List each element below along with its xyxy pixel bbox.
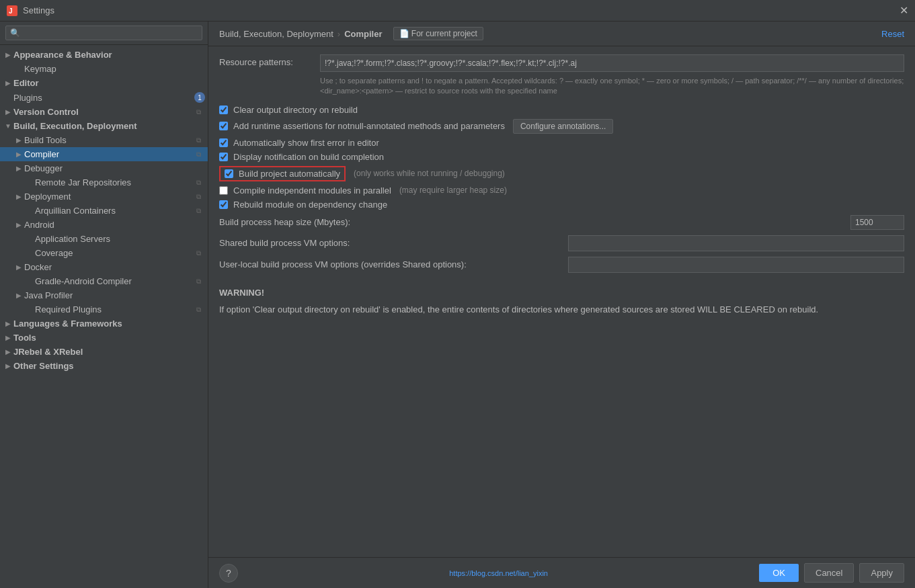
close-button[interactable]: ✕	[900, 4, 908, 17]
sidebar-item-label-remote-jar: Remote Jar Repositories	[35, 177, 192, 187]
checkbox-label-build-automatically: Build project automatically	[239, 169, 340, 179]
search-input[interactable]	[5, 26, 202, 40]
tree-container: ▶Appearance & BehaviorKeymap▶EditorPlugi…	[0, 45, 208, 588]
sidebar-item-label-app-servers: Application Servers	[35, 234, 208, 244]
sidebar-item-label-plugins: Plugins	[13, 93, 194, 103]
tree-arrow-appearance: ▶	[3, 51, 13, 58]
tree-arrow-build-execution: ▼	[3, 122, 13, 130]
help-button[interactable]: ?	[219, 564, 238, 583]
sidebar-item-label-jrebel: JRebel & XRebel	[13, 347, 208, 357]
tree-arrow-docker: ▶	[13, 263, 24, 271]
resource-patterns-hint: Use ; to separate patterns and ! to nega…	[320, 76, 904, 97]
checkbox-clear-output[interactable]	[219, 106, 228, 114]
configure-annotations-button[interactable]: Configure annotations...	[513, 119, 613, 134]
tree-arrow-java-profiler: ▶	[13, 292, 24, 299]
sidebar-item-label-build-tools: Build Tools	[24, 135, 192, 145]
tree-arrow-jrebel: ▶	[3, 348, 13, 355]
sidebar-item-label-appearance: Appearance & Behavior	[13, 50, 208, 60]
user-local-vm-row: User-local build process VM options (ove…	[219, 257, 904, 273]
sidebar-item-plugins[interactable]: Plugins1	[0, 90, 208, 105]
breadcrumb: Build, Execution, Deployment › Compiler …	[219, 27, 881, 40]
checkbox-row-clear-output: Clear output directory on rebuild	[219, 105, 904, 115]
sidebar-item-remote-jar[interactable]: Remote Jar Repositories⧉	[0, 175, 208, 190]
sidebar-item-android[interactable]: ▶Android	[0, 218, 208, 232]
checkbox-row-build-automatically: Build project automatically(only works w…	[219, 166, 904, 181]
cancel-button[interactable]: Cancel	[804, 563, 854, 583]
sidebar-item-label-version-control: Version Control	[13, 107, 192, 117]
sidebar-item-build-tools[interactable]: ▶Build Tools⧉	[0, 133, 208, 147]
copy-icon-version-control: ⧉	[192, 108, 205, 116]
sidebar-item-tools[interactable]: ▶Tools	[0, 331, 208, 345]
sidebar-item-debugger[interactable]: ▶Debugger	[0, 161, 208, 175]
ok-button[interactable]: OK	[759, 564, 799, 582]
title-bar: J Settings ✕	[0, 0, 915, 22]
tree-arrow-languages: ▶	[3, 320, 13, 327]
sidebar-item-version-control[interactable]: ▶Version Control⧉	[0, 105, 208, 119]
checkbox-display-notification[interactable]	[219, 153, 228, 161]
checkbox-label-compile-parallel: Compile independent modules in parallel	[233, 185, 391, 196]
sidebar-item-keymap[interactable]: Keymap	[0, 62, 208, 76]
sidebar-item-label-tools: Tools	[13, 333, 208, 343]
sidebar: ▶Appearance & BehaviorKeymap▶EditorPlugi…	[0, 22, 208, 588]
checkbox-note-compile-parallel: (may require larger heap size)	[399, 185, 507, 195]
warning-title: WARNING!	[219, 286, 904, 300]
sidebar-item-compiler[interactable]: ▶Compiler⧉	[0, 147, 208, 161]
sidebar-item-label-required-plugins: Required Plugins	[35, 304, 192, 314]
sidebar-item-label-debugger: Debugger	[24, 163, 208, 173]
sidebar-item-label-other-settings: Other Settings	[13, 361, 208, 371]
for-project-badge: 📄 For current project	[393, 27, 483, 40]
copy-icon-required-plugins: ⧉	[192, 306, 205, 314]
sidebar-item-languages[interactable]: ▶Languages & Frameworks	[0, 317, 208, 331]
tree-arrow-debugger: ▶	[13, 165, 24, 172]
sidebar-item-coverage[interactable]: Coverage⧉	[0, 246, 208, 260]
sidebar-item-java-profiler[interactable]: ▶Java Profiler	[0, 288, 208, 302]
checkbox-rebuild-module[interactable]	[219, 200, 228, 209]
checkbox-row-rebuild-module: Rebuild module on dependency change	[219, 200, 904, 210]
user-local-vm-label: User-local build process VM options (ove…	[219, 259, 568, 269]
tree-arrow-deployment: ▶	[13, 193, 24, 200]
tree-arrow-version-control: ▶	[3, 108, 13, 116]
sidebar-item-deployment[interactable]: ▶Deployment⧉	[0, 190, 208, 204]
reset-button[interactable]: Reset	[881, 29, 904, 39]
copy-icon-gradle-android: ⧉	[192, 278, 205, 286]
shared-vm-row: Shared build process VM options:	[219, 235, 904, 251]
main-content: ▶Appearance & BehaviorKeymap▶EditorPlugi…	[0, 22, 915, 588]
checkbox-label-display-notification: Display notification on build completion	[233, 152, 384, 162]
right-panel: Build, Execution, Deployment › Compiler …	[208, 22, 915, 588]
tree-arrow-android: ▶	[13, 221, 24, 228]
checkbox-row-add-runtime: Add runtime assertions for notnull-annot…	[219, 119, 904, 134]
copy-icon-coverage: ⧉	[192, 249, 205, 257]
sidebar-item-label-keymap: Keymap	[24, 64, 208, 74]
tree-arrow-editor: ▶	[3, 79, 13, 87]
sidebar-item-gradle-android[interactable]: Gradle-Android Compiler⧉	[0, 274, 208, 288]
apply-button[interactable]: Apply	[859, 563, 904, 583]
sidebar-item-jrebel[interactable]: ▶JRebel & XRebel	[0, 345, 208, 359]
copy-icon-deployment: ⧉	[192, 193, 205, 201]
resource-patterns-row: Resource patterns:	[219, 54, 904, 72]
copy-icon-arquillian: ⧉	[192, 207, 205, 215]
checkbox-label-rebuild-module: Rebuild module on dependency change	[233, 200, 387, 210]
checkbox-build-automatically[interactable]	[225, 169, 233, 178]
window-title: Settings	[23, 5, 900, 15]
checkbox-add-runtime[interactable]	[219, 122, 228, 130]
checkbox-label-clear-output: Clear output directory on rebuild	[233, 105, 358, 115]
sidebar-item-app-servers[interactable]: Application Servers	[0, 232, 208, 246]
sidebar-item-build-execution[interactable]: ▼Build, Execution, Deployment	[0, 119, 208, 133]
shared-vm-input[interactable]	[568, 235, 904, 251]
footer: ? https://blog.csdn.net/lian_yixin OK Ca…	[208, 557, 915, 588]
sidebar-item-arquillian[interactable]: Arquillian Containers⧉	[0, 204, 208, 218]
checkbox-auto-show-error[interactable]	[219, 138, 228, 147]
user-local-vm-input[interactable]	[568, 257, 904, 273]
resource-patterns-input[interactable]	[320, 54, 904, 72]
panel-body: Resource patterns: Use ; to separate pat…	[208, 46, 915, 557]
sidebar-item-other-settings[interactable]: ▶Other Settings	[0, 359, 208, 373]
sidebar-item-label-docker: Docker	[24, 262, 208, 272]
sidebar-item-docker[interactable]: ▶Docker	[0, 260, 208, 274]
sidebar-item-appearance[interactable]: ▶Appearance & Behavior	[0, 48, 208, 62]
sidebar-item-label-languages: Languages & Frameworks	[13, 319, 208, 329]
heap-size-input[interactable]	[850, 215, 904, 230]
sidebar-item-required-plugins[interactable]: Required Plugins⧉	[0, 302, 208, 317]
footer-link[interactable]: https://blog.csdn.net/lian_yixin	[449, 569, 548, 577]
checkbox-compile-parallel[interactable]	[219, 186, 228, 195]
sidebar-item-editor[interactable]: ▶Editor	[0, 76, 208, 90]
